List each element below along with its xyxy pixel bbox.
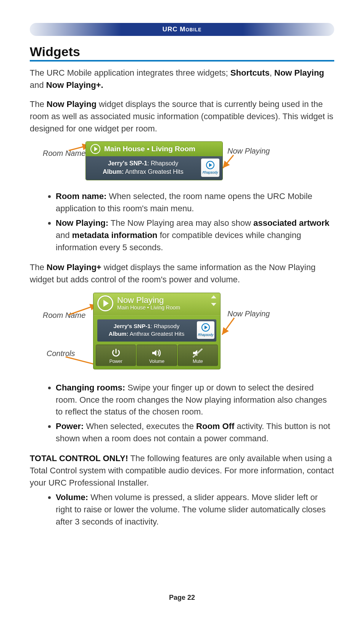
widget-room-header[interactable]: Now Playing Main House • Living Room xyxy=(93,293,220,316)
list-item: Changing rooms: Swipe your finger up or … xyxy=(56,382,334,418)
widget-now-playing-area[interactable]: Jerry's SNP-1: Rhapsody Album: Anthrax G… xyxy=(97,319,216,342)
page-title: Widgets xyxy=(30,44,334,59)
room-swipe-arrows[interactable] xyxy=(211,295,216,306)
now-playing-widget: Main House • Living Room Jerry's SNP-1: … xyxy=(85,141,223,180)
anno-controls: Controls xyxy=(47,349,75,358)
svg-line-3 xyxy=(222,318,234,335)
chevron-down-icon xyxy=(211,303,216,306)
anno-room-name: Room Name xyxy=(43,311,85,320)
widget-now-playing-area[interactable]: Jerry's SNP-1: Rhapsody Album: Anthrax G… xyxy=(86,156,222,180)
svg-line-1 xyxy=(223,155,234,168)
list-item: Power: When selected, executes the Room … xyxy=(56,420,334,445)
widget-controls: Power Volume Mute xyxy=(93,342,220,369)
arrow-icon xyxy=(220,316,237,338)
widget-room-header[interactable]: Main House • Living Room xyxy=(86,142,222,156)
anno-room-name: Room Name xyxy=(43,149,85,158)
volume-icon xyxy=(151,347,163,359)
list-item: Now Playing: The Now Playing area may al… xyxy=(56,217,334,254)
now-playing-plus-widget-figure: Room Name Now Playing Controls Now Playi… xyxy=(30,293,334,375)
now-playing-paragraph: The Now Playing widget displays the sour… xyxy=(30,98,334,135)
arrow-icon xyxy=(221,153,236,172)
total-control-note: TOTAL CONTROL ONLY! The following featur… xyxy=(30,452,334,489)
title-rule xyxy=(30,60,334,62)
now-playing-bullets: Room name: When selected, the room name … xyxy=(30,190,334,253)
album-art: Rhapsody xyxy=(201,159,219,177)
total-control-bullets: Volume: When volume is pressed, a slider… xyxy=(30,491,334,528)
album-art: Rhapsody xyxy=(197,321,214,339)
now-playing-plus-bullets: Changing rooms: Swipe your finger up or … xyxy=(30,382,334,445)
chevron-up-icon xyxy=(211,295,216,298)
header-banner: URC Mobile xyxy=(30,23,334,36)
mute-icon xyxy=(192,347,203,359)
now-playing-widget-figure: Room Name Now Playing Main House • Livin… xyxy=(30,141,334,183)
power-icon xyxy=(111,347,121,359)
list-item: Volume: When volume is pressed, a slider… xyxy=(56,491,334,528)
play-icon xyxy=(90,144,100,154)
room-name-label: Main House • Living Room xyxy=(104,145,195,153)
room-name-label: Main House • Living Room xyxy=(117,304,180,311)
anno-now-playing: Now Playing xyxy=(227,147,270,155)
now-playing-plus-paragraph: The Now Playing+ widget displays the sam… xyxy=(30,261,334,286)
power-button[interactable]: Power xyxy=(96,345,136,366)
intro-paragraph: The URC Mobile application integrates th… xyxy=(30,67,334,91)
header-brand: URC Mobile xyxy=(163,26,201,33)
anno-now-playing: Now Playing xyxy=(227,309,270,318)
list-item: Room name: When selected, the room name … xyxy=(56,190,334,215)
page-footer: Page 22 xyxy=(0,594,364,602)
now-playing-plus-widget: Now Playing Main House • Living Room Jer… xyxy=(93,293,221,370)
mute-button[interactable]: Mute xyxy=(178,345,218,366)
play-icon xyxy=(97,295,113,311)
volume-button[interactable]: Volume xyxy=(137,345,177,366)
widget-title: Now Playing xyxy=(117,296,180,304)
